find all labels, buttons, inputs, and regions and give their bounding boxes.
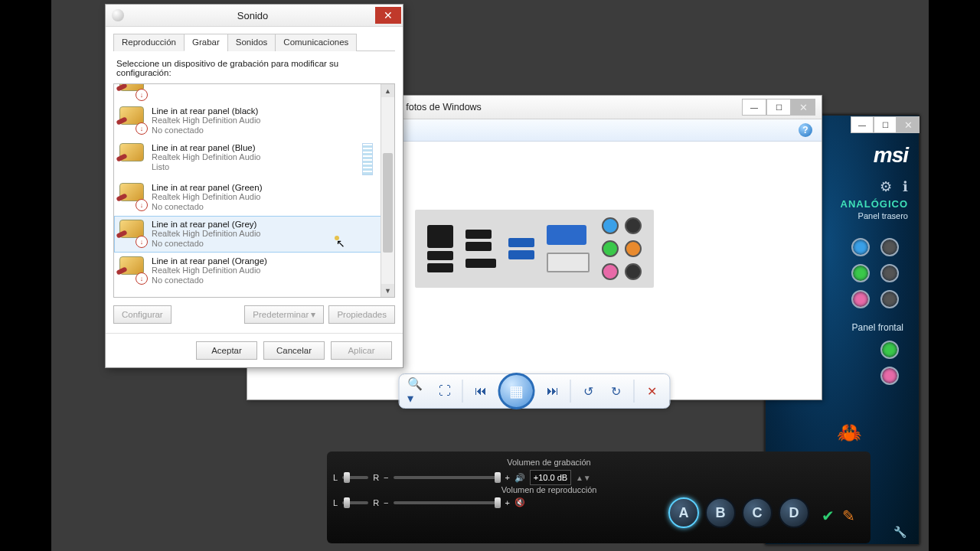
realtek-crab-icon: 🦀 bbox=[837, 421, 861, 445]
check-icon[interactable]: ✔ bbox=[822, 507, 835, 525]
close-button[interactable]: ✕ bbox=[897, 116, 920, 133]
preset-d[interactable]: D bbox=[779, 497, 809, 528]
play-volume-slider[interactable] bbox=[394, 501, 501, 504]
msi-window-buttons: — ☐ ✕ bbox=[851, 116, 920, 133]
scroll-thumb[interactable] bbox=[383, 153, 393, 253]
audio-jack[interactable] bbox=[851, 290, 870, 308]
scrollbar[interactable]: ▲ ▼ bbox=[381, 84, 394, 297]
speaker-icon[interactable]: 🔊 bbox=[514, 473, 525, 483]
preset-buttons: ABCD bbox=[668, 497, 809, 528]
device-item[interactable]: Line in at rear panel (Orange)Realtek Hi… bbox=[114, 253, 381, 289]
rotate-cw-button[interactable]: ↻ bbox=[606, 381, 626, 401]
info-icon[interactable]: ℹ bbox=[903, 178, 908, 195]
db-up-down-icon[interactable]: ▲▼ bbox=[576, 474, 591, 482]
audio-jack[interactable] bbox=[880, 367, 899, 385]
photo-toolbar: 🔍▾ ⛶ ⏮ ▦ ⏭ ↺ ↻ ✕ bbox=[399, 373, 671, 409]
rotate-ccw-button[interactable]: ↺ bbox=[579, 381, 599, 401]
audio-jack-icon bbox=[119, 143, 145, 169]
audio-jack-icon bbox=[119, 106, 145, 132]
msi-rear-label: Panel trasero bbox=[841, 211, 908, 220]
audio-jack-icon bbox=[119, 256, 145, 282]
rec-volume-slider[interactable] bbox=[394, 476, 501, 479]
audio-jack[interactable] bbox=[851, 238, 870, 256]
audio-jack[interactable] bbox=[880, 290, 899, 308]
cancel-button[interactable]: Cancelar bbox=[263, 341, 325, 360]
tab-reproducción[interactable]: Reproducción bbox=[113, 34, 185, 51]
tab-grabar[interactable]: Grabar bbox=[184, 34, 228, 51]
fit-button[interactable]: ⛶ bbox=[435, 381, 455, 401]
audio-jack-icon bbox=[119, 220, 145, 246]
level-meter bbox=[362, 143, 373, 175]
device-item[interactable]: Line in at rear panel (Grey)Realtek High… bbox=[114, 216, 381, 253]
configure-button[interactable]: Configurar bbox=[113, 305, 172, 324]
minus-icon[interactable]: − bbox=[384, 498, 388, 507]
sound-icon bbox=[112, 9, 124, 21]
msi-mode-heading: ANALÓGICO bbox=[841, 198, 908, 210]
close-button[interactable]: ✕ bbox=[375, 7, 401, 24]
minimize-button[interactable]: — bbox=[742, 99, 766, 116]
ok-button[interactable]: Aceptar bbox=[196, 341, 257, 360]
close-button[interactable]: ✕ bbox=[791, 99, 815, 116]
properties-button[interactable]: Propiedades bbox=[328, 305, 395, 324]
plus-icon[interactable]: + bbox=[505, 473, 510, 482]
default-button[interactable]: Predeterminar ▾ bbox=[244, 305, 324, 324]
device-list: No conectadoLine in at rear panel (black… bbox=[113, 83, 395, 298]
maximize-button[interactable]: ☐ bbox=[874, 116, 897, 133]
tab-bar: ReproducciónGrabarSonidosComunicaciones bbox=[113, 33, 395, 51]
audio-jack-icon bbox=[119, 183, 145, 209]
mute-icon[interactable]: 🔇 bbox=[514, 497, 525, 507]
tab-sonidos[interactable]: Sonidos bbox=[227, 34, 276, 51]
tab-comunicaciones[interactable]: Comunicaciones bbox=[275, 34, 357, 51]
instruction-text: Seleccione un dispositivo de grabación p… bbox=[116, 59, 392, 77]
next-button[interactable]: ⏭ bbox=[543, 381, 563, 401]
audio-jack[interactable] bbox=[880, 341, 899, 359]
preset-c[interactable]: C bbox=[742, 497, 773, 528]
audio-jack[interactable] bbox=[851, 264, 870, 282]
preset-b[interactable]: B bbox=[705, 497, 736, 528]
apply-icon[interactable]: ✎ bbox=[842, 507, 855, 525]
device-item[interactable]: Line in at rear panel (Green)Realtek Hig… bbox=[114, 179, 381, 216]
dialog-title: Sonido bbox=[130, 10, 375, 21]
audio-jack[interactable] bbox=[880, 264, 899, 282]
delete-button[interactable]: ✕ bbox=[642, 381, 662, 401]
wrench-icon[interactable]: 🔧 bbox=[893, 526, 906, 538]
motherboard-io-image bbox=[415, 210, 654, 288]
preset-a[interactable]: A bbox=[668, 497, 699, 528]
rec-balance-slider[interactable] bbox=[342, 476, 368, 479]
db-readout[interactable]: +10.0 dB bbox=[530, 470, 571, 485]
gear-icon[interactable]: ⚙ bbox=[880, 178, 892, 195]
minus-icon[interactable]: − bbox=[384, 473, 388, 482]
slideshow-button[interactable]: ▦ bbox=[498, 373, 535, 409]
scroll-up-icon[interactable]: ▲ bbox=[381, 84, 394, 97]
audio-jack[interactable] bbox=[880, 238, 899, 256]
prev-button[interactable]: ⏮ bbox=[471, 381, 491, 401]
plus-icon[interactable]: + bbox=[505, 498, 510, 507]
device-item[interactable]: Line in at rear panel (Blue)Realtek High… bbox=[114, 139, 381, 179]
sound-dialog: Sonido ✕ ReproducciónGrabarSonidosComuni… bbox=[105, 4, 403, 368]
play-balance-slider[interactable] bbox=[342, 501, 368, 504]
minimize-button[interactable]: — bbox=[851, 116, 874, 133]
play-volume-label: Volumen de reproducción bbox=[449, 485, 648, 494]
scroll-down-icon[interactable]: ▼ bbox=[381, 284, 394, 297]
device-item[interactable]: Line in at rear panel (black)Realtek Hig… bbox=[114, 103, 381, 139]
realtek-mixer: 🦀 Volumen de grabación L R − + 🔊 +10.0 d… bbox=[327, 452, 871, 543]
msi-logo: msi bbox=[874, 143, 908, 168]
rec-volume-label: Volumen de grabación bbox=[449, 458, 648, 467]
apply-button[interactable]: Aplicar bbox=[331, 341, 392, 360]
help-icon[interactable]: ? bbox=[799, 123, 812, 137]
zoom-button[interactable]: 🔍▾ bbox=[407, 381, 427, 401]
maximize-button[interactable]: ☐ bbox=[766, 99, 791, 116]
